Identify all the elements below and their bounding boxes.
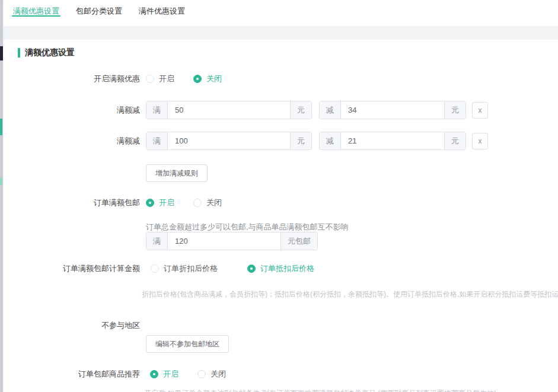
remove-rule-button[interactable]: x <box>472 133 488 149</box>
row-shipping-threshold: 满 元包邮 <box>4 232 318 250</box>
radio-circle-icon <box>193 75 202 83</box>
radio-shipping-off[interactable]: 关闭 <box>193 197 222 208</box>
tab-full-amount-discount[interactable]: 满额优惠设置 <box>12 0 60 21</box>
row-order-free-shipping: 订单满额包邮 开启 关闭 <box>4 197 241 208</box>
radio-deducted-price[interactable]: 订单抵扣后价格 <box>247 263 314 274</box>
tabbar: 满额优惠设置 包邮分类设置 满件优惠设置 <box>4 0 558 26</box>
prefix-full: 满 <box>146 101 168 119</box>
radio-circle-icon <box>197 370 206 378</box>
radio-label: 开启 <box>159 197 174 208</box>
shipping-threshold-input-group: 满 元包邮 <box>146 232 318 250</box>
row-add-rule: 增加满减规则 <box>4 164 208 182</box>
collapsed-sidebar-edge <box>0 0 3 392</box>
unit-yuan: 元 <box>444 101 465 119</box>
radio-shipping-on[interactable]: 开启 <box>146 197 174 208</box>
radio-label: 关闭 <box>206 197 222 208</box>
page: 满额优惠设置 包邮分类设置 满件优惠设置 满额优惠设置 开启满额优惠 开启 关闭 <box>0 0 558 392</box>
unit-yuan: 元 <box>290 101 311 119</box>
tab-full-piece-discount[interactable]: 满件优惠设置 <box>138 0 186 21</box>
row-rule-2: 满额减 满 元 减 元 x <box>4 132 488 150</box>
prefix-full: 满 <box>146 132 168 149</box>
row-calc-amount: 订单满额包邮计算金额 订单折扣后价格 订单抵扣后价格 <box>4 263 333 274</box>
remove-rule-button[interactable]: x <box>472 102 488 119</box>
radio-circle-icon <box>193 199 202 207</box>
prefix-full: 满 <box>146 232 168 250</box>
unit-yuan-free-shipping: 元包邮 <box>280 232 317 250</box>
radio-circle-icon <box>151 264 159 273</box>
row-recommend: 订单包邮商品推荐 开启 关闭 <box>4 369 245 380</box>
minus-amount-input-group: 减 元 <box>319 132 466 150</box>
sidebar-notch <box>0 46 3 60</box>
section-title: 满额优惠设置 <box>25 47 75 58</box>
excluded-regions-label: 不参与地区 <box>4 320 140 331</box>
radio-discounted-price[interactable]: 订单折扣后价格 <box>151 263 218 274</box>
prefix-minus: 减 <box>320 101 341 119</box>
tab-free-shipping-category[interactable]: 包邮分类设置 <box>75 0 123 21</box>
calc-amount-help: 折扣后价格(包含商品满减，会员折扣等)；抵扣后价格(积分抵扣，余额抵扣等)。使用… <box>142 289 558 299</box>
sidebar-active-tick <box>0 178 2 185</box>
radio-label: 订单折扣后价格 <box>164 263 218 274</box>
radio-circle-icon <box>150 370 158 378</box>
rule-label: 满额减 <box>4 105 140 116</box>
order-free-shipping-label: 订单满额包邮 <box>4 197 140 208</box>
enable-discount-label: 开启满额优惠 <box>4 74 140 84</box>
tab-card: 满额优惠设置 包邮分类设置 满件优惠设置 <box>4 0 558 26</box>
row-excluded-regions-button: 编辑不参加包邮地区 <box>4 335 229 353</box>
radio-circle-icon <box>247 264 256 273</box>
calc-amount-label: 订单满额包邮计算金额 <box>4 263 140 274</box>
minus-amount-input[interactable] <box>341 132 444 149</box>
shipping-threshold-input[interactable] <box>168 232 280 250</box>
order-free-shipping-help: 订单总金额超过多少可以包邮,与商品单品满额包邮互不影响 <box>146 222 349 232</box>
full-amount-input-group: 满 元 <box>146 132 312 150</box>
minus-amount-input-group: 减 元 <box>319 101 466 119</box>
row-enable-discount: 开启满额优惠 开启 关闭 <box>4 74 241 84</box>
radio-label: 关闭 <box>206 74 222 84</box>
section-header: 满额优惠设置 <box>18 47 75 58</box>
add-rule-button[interactable]: 增加满减规则 <box>146 164 208 182</box>
sidebar-active-tick <box>0 119 2 135</box>
full-amount-input[interactable] <box>168 132 290 149</box>
row-excluded-regions: 不参与地区 <box>4 320 140 331</box>
radio-circle-icon <box>146 75 154 83</box>
unit-yuan: 元 <box>444 132 465 149</box>
radio-circle-icon <box>146 199 154 207</box>
radio-label: 订单抵扣后价格 <box>260 263 314 274</box>
recommend-help-clipped: 开启后,如果订单金额未达到包邮条件,则在订单页面推荐满额包邮凑单商品,(需要到商… <box>144 388 496 392</box>
edit-excluded-regions-button[interactable]: 编辑不参加包邮地区 <box>146 335 229 353</box>
full-amount-input-group: 满 元 <box>146 101 312 119</box>
radio-label: 关闭 <box>211 369 226 380</box>
recommend-label: 订单包邮商品推荐 <box>4 369 140 380</box>
radio-enable-on[interactable]: 开启 <box>146 74 174 84</box>
minus-amount-input[interactable] <box>341 101 444 119</box>
settings-panel: 满额优惠设置 开启满额优惠 开启 关闭 满额减 满 <box>4 40 558 392</box>
rule-label: 满额减 <box>4 136 140 146</box>
unit-yuan: 元 <box>290 132 311 149</box>
radio-recommend-off[interactable]: 关闭 <box>197 369 226 380</box>
radio-enable-off[interactable]: 关闭 <box>193 74 222 84</box>
row-rule-1: 满额减 满 元 减 元 x <box>4 101 488 119</box>
prefix-minus: 减 <box>320 132 341 149</box>
full-amount-input[interactable] <box>168 101 290 119</box>
radio-label: 开启 <box>159 74 174 84</box>
radio-label: 开启 <box>163 369 178 380</box>
section-accent-bar <box>18 48 20 58</box>
radio-recommend-on[interactable]: 开启 <box>150 369 178 380</box>
